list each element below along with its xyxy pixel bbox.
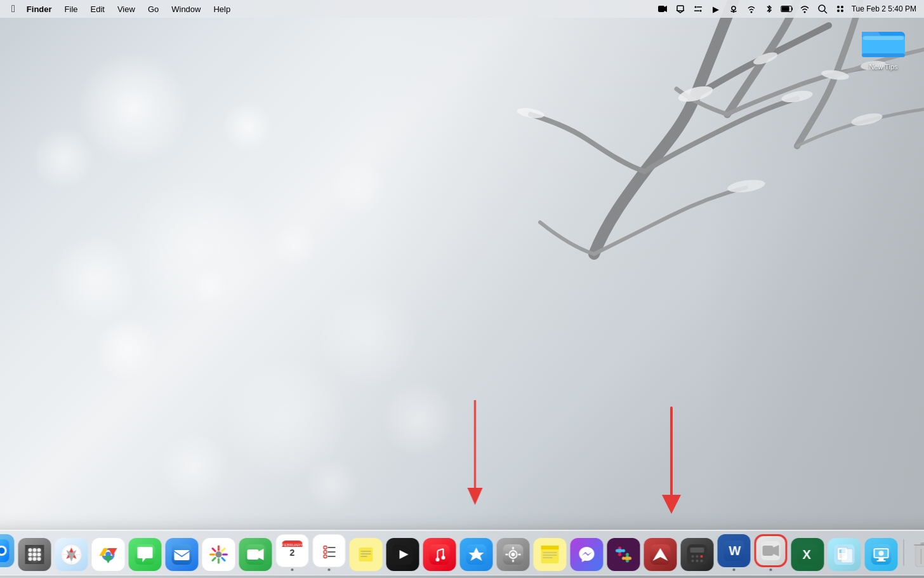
bluetooth-icon[interactable]: [763, 3, 776, 15]
dock-music[interactable]: [423, 538, 456, 571]
edit-menu[interactable]: Edit: [86, 3, 110, 15]
svg-point-26: [841, 6, 843, 8]
svg-line-67: [213, 549, 215, 551]
dock-zoom[interactable]: [755, 534, 788, 571]
stickies-icon: [534, 538, 567, 571]
sysprefs-icon: [497, 538, 530, 571]
dock-appletv[interactable]: [386, 538, 419, 571]
wifi-icon[interactable]: [798, 3, 811, 15]
chrome-icon: [92, 538, 125, 571]
trash-icon: [910, 538, 925, 571]
dock-dot: [770, 568, 772, 571]
svg-point-152: [879, 551, 884, 556]
svg-rect-93: [430, 544, 450, 565]
svg-rect-21: [791, 8, 792, 11]
dock-messages[interactable]: [129, 538, 162, 571]
wifi-extra-icon[interactable]: [745, 3, 758, 15]
svg-text:X: X: [803, 548, 812, 561]
calculator-icon: [681, 538, 714, 571]
svg-point-46: [37, 553, 41, 556]
svg-rect-72: [248, 549, 259, 560]
control-center-icon[interactable]: [834, 3, 847, 15]
arrow-annotation: [456, 394, 494, 523]
dock-stickies[interactable]: [534, 538, 567, 571]
controls-icon[interactable]: [692, 3, 704, 15]
svg-point-41: [29, 548, 32, 552]
svg-point-49: [37, 557, 41, 561]
dock-slack[interactable]: [607, 538, 640, 571]
dock-finder[interactable]: [0, 534, 15, 571]
preview-icon: [828, 538, 861, 571]
dock-screen[interactable]: [865, 538, 898, 571]
svg-rect-32: [862, 53, 905, 57]
svg-point-43: [37, 548, 41, 552]
dock-calendar[interactable]: 2FEBRUARY: [276, 534, 309, 571]
svg-rect-79: [319, 541, 340, 561]
apple-menu[interactable]: : [8, 2, 19, 16]
dock-calculator[interactable]: [681, 538, 714, 571]
tree-svg: [353, 0, 924, 445]
dock-airmail[interactable]: [644, 538, 677, 571]
svg-point-62: [216, 551, 222, 558]
search-icon[interactable]: [816, 3, 829, 15]
svg-rect-127: [690, 548, 704, 553]
new-tips-folder[interactable]: New Tips: [858, 24, 909, 71]
svg-point-11: [694, 6, 696, 8]
dock-facetime[interactable]: [239, 538, 272, 571]
dock-reminders[interactable]: [313, 534, 346, 571]
dock-photos[interactable]: [202, 538, 235, 571]
airmail-icon: [644, 538, 677, 571]
launchpad-icon: [18, 538, 51, 571]
svg-point-47: [29, 557, 32, 561]
dock-sysprefs[interactable]: [497, 538, 530, 571]
finder-menu[interactable]: Finder: [22, 3, 57, 15]
facetime-icon: [239, 538, 272, 571]
dock-appstore[interactable]: [460, 538, 493, 571]
svg-rect-20: [782, 6, 789, 11]
appletv-icon: [386, 538, 419, 571]
screenrecord-icon[interactable]: ▶: [710, 3, 722, 15]
folder-label: New Tips: [869, 62, 897, 71]
calendar-icon: 2FEBRUARY: [276, 534, 309, 567]
appstore-icon: [460, 538, 493, 571]
dock-messenger[interactable]: [571, 538, 604, 571]
view-menu[interactable]: View: [112, 3, 140, 15]
dock-word[interactable]: W: [718, 534, 751, 571]
svg-line-69: [222, 549, 225, 551]
dock-trash[interactable]: [910, 538, 925, 571]
svg-rect-153: [916, 545, 925, 567]
file-menu[interactable]: File: [60, 3, 83, 15]
svg-rect-31: [863, 36, 904, 40]
help-menu[interactable]: Help: [208, 3, 235, 15]
window-menu[interactable]: Window: [166, 3, 206, 15]
svg-point-45: [33, 553, 37, 556]
messages-icon: [129, 538, 162, 571]
dock: 2FEBRUARY: [0, 530, 924, 575]
slack-icon: [607, 538, 640, 571]
svg-point-130: [701, 555, 703, 558]
safari-icon: [55, 538, 88, 571]
battery-icon[interactable]: [781, 3, 793, 15]
dock-safari[interactable]: [55, 538, 88, 571]
dock-notes[interactable]: [350, 538, 383, 571]
svg-marker-160: [662, 495, 681, 514]
svg-point-99: [512, 553, 515, 556]
svg-point-44: [29, 553, 32, 556]
svg-point-133: [701, 560, 703, 562]
dock-launchpad[interactable]: [18, 538, 51, 571]
go-menu[interactable]: Go: [143, 3, 164, 15]
dock-mail[interactable]: [166, 538, 199, 571]
svg-rect-137: [763, 546, 774, 556]
dock-excel[interactable]: X: [791, 538, 824, 571]
dock-preview[interactable]: [828, 538, 861, 571]
svg-rect-10: [677, 6, 683, 11]
svg-marker-138: [774, 545, 779, 556]
svg-point-14: [699, 10, 701, 12]
dock-chrome[interactable]: [92, 538, 125, 571]
facetime-status-icon[interactable]: [656, 3, 669, 15]
screen-icon: [865, 538, 898, 571]
airplay-icon[interactable]: [674, 3, 687, 15]
podcast-icon[interactable]: [727, 3, 740, 15]
dock-separator: [904, 539, 904, 566]
reminders-icon: [313, 534, 346, 567]
